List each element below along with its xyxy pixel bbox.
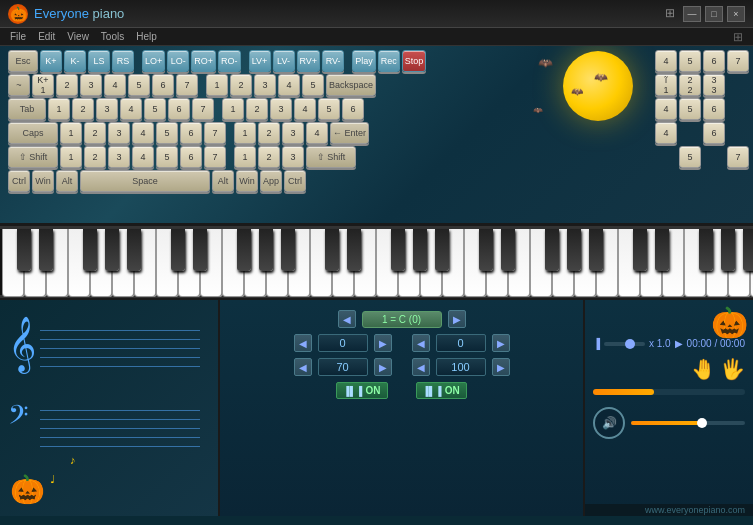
caps-key[interactable]: Caps xyxy=(8,122,58,144)
np-7a[interactable]: 7 xyxy=(727,50,749,72)
shift-1[interactable]: 1 xyxy=(60,146,82,168)
ro-plus-button[interactable]: RO+ xyxy=(191,50,216,72)
caps-3b[interactable]: 3 xyxy=(282,122,304,144)
left-val2-next[interactable]: ▶ xyxy=(374,358,392,376)
black-key-5[interactable] xyxy=(127,229,141,271)
tab-7[interactable]: 7 xyxy=(192,98,214,120)
shift-2b[interactable]: 2 xyxy=(258,146,280,168)
black-key-21[interactable] xyxy=(479,229,493,271)
black-key-1[interactable] xyxy=(39,229,53,271)
ctrl-right-key[interactable]: Ctrl xyxy=(284,170,306,192)
key-3a[interactable]: 3 xyxy=(80,74,102,96)
black-key-31[interactable] xyxy=(699,229,713,271)
progress-bar[interactable] xyxy=(593,389,745,395)
lo-plus-button[interactable]: LO+ xyxy=(142,50,165,72)
key-5b[interactable]: 5 xyxy=(302,74,324,96)
enter-key[interactable]: ← Enter xyxy=(330,122,369,144)
black-key-4[interactable] xyxy=(105,229,119,271)
np-3a[interactable]: 33 xyxy=(703,74,725,96)
np-1a[interactable]: ĩ1 xyxy=(655,74,677,96)
tab-6[interactable]: 6 xyxy=(168,98,190,120)
tab-3b[interactable]: 3 xyxy=(270,98,292,120)
caps-4b[interactable]: 4 xyxy=(306,122,328,144)
caps-2b[interactable]: 2 xyxy=(258,122,280,144)
shift-1b[interactable]: 1 xyxy=(234,146,256,168)
np-4b[interactable]: 4 xyxy=(655,98,677,120)
tab-3[interactable]: 3 xyxy=(96,98,118,120)
backspace-key[interactable]: Backspace xyxy=(326,74,376,96)
key-4a[interactable]: 4 xyxy=(104,74,126,96)
speed-play-icon[interactable]: ▶ xyxy=(675,338,683,349)
key-2b[interactable]: 2 xyxy=(230,74,252,96)
ls-button[interactable]: LS xyxy=(88,50,110,72)
stop-button[interactable]: Stop xyxy=(402,50,427,72)
left-val2-prev[interactable]: ◀ xyxy=(294,358,312,376)
key-4b[interactable]: 4 xyxy=(278,74,300,96)
black-key-11[interactable] xyxy=(259,229,273,271)
tab-4[interactable]: 4 xyxy=(120,98,142,120)
black-key-28[interactable] xyxy=(633,229,647,271)
alt-left-key[interactable]: Alt xyxy=(56,170,78,192)
layout-grid-icon[interactable]: ⊞ xyxy=(727,30,749,44)
win-right-key[interactable]: Win xyxy=(236,170,258,192)
black-key-15[interactable] xyxy=(347,229,361,271)
key-5a[interactable]: 5 xyxy=(128,74,150,96)
np-4c[interactable]: 4 xyxy=(655,122,677,144)
black-key-22[interactable] xyxy=(501,229,515,271)
menu-file[interactable]: File xyxy=(4,31,32,42)
black-key-3[interactable] xyxy=(83,229,97,271)
volume-button[interactable]: 🔊 xyxy=(593,407,625,439)
alt-right-key[interactable]: Alt xyxy=(212,170,234,192)
caps-6[interactable]: 6 xyxy=(180,122,202,144)
np-4a[interactable]: 4 xyxy=(655,50,677,72)
black-key-14[interactable] xyxy=(325,229,339,271)
tab-1[interactable]: 1 xyxy=(48,98,70,120)
k-plus-button[interactable]: K+ xyxy=(40,50,62,72)
caps-7[interactable]: 7 xyxy=(204,122,226,144)
np-6b[interactable]: 6 xyxy=(703,98,725,120)
shift-4[interactable]: 4 xyxy=(132,146,154,168)
caps-4[interactable]: 4 xyxy=(132,122,154,144)
np-5b[interactable]: 5 xyxy=(679,98,701,120)
black-key-33[interactable] xyxy=(743,229,753,271)
right-val2-next[interactable]: ▶ xyxy=(492,358,510,376)
lo-minus-button[interactable]: LO- xyxy=(167,50,189,72)
black-key-8[interactable] xyxy=(193,229,207,271)
black-key-10[interactable] xyxy=(237,229,251,271)
ctrl-left-key[interactable]: Ctrl xyxy=(8,170,30,192)
np-7b[interactable]: 7 xyxy=(727,146,749,168)
np-5a[interactable]: 5 xyxy=(679,50,701,72)
volume-slider[interactable] xyxy=(631,421,745,425)
esc-key[interactable]: Esc xyxy=(8,50,38,72)
k-minus-button[interactable]: K- xyxy=(64,50,86,72)
maximize-button[interactable]: □ xyxy=(705,6,723,22)
shift-right-key[interactable]: ⇧ Shift xyxy=(306,146,356,168)
np-6a[interactable]: 6 xyxy=(703,50,725,72)
tab-key[interactable]: Tab xyxy=(8,98,46,120)
np-2a[interactable]: 22 xyxy=(679,74,701,96)
right-val1-prev[interactable]: ◀ xyxy=(412,334,430,352)
np-6c[interactable]: 6 xyxy=(703,122,725,144)
black-key-26[interactable] xyxy=(589,229,603,271)
black-key-19[interactable] xyxy=(435,229,449,271)
menu-view[interactable]: View xyxy=(61,31,95,42)
black-key-18[interactable] xyxy=(413,229,427,271)
right-val1-next[interactable]: ▶ xyxy=(492,334,510,352)
app-key[interactable]: App xyxy=(260,170,282,192)
play-button[interactable]: Play xyxy=(352,50,376,72)
shift-6[interactable]: 6 xyxy=(180,146,202,168)
shift-2[interactable]: 2 xyxy=(84,146,106,168)
key-7a[interactable]: 7 xyxy=(176,74,198,96)
left-hand-icon[interactable]: 🤚 xyxy=(691,357,716,381)
minimize-button[interactable]: — xyxy=(683,6,701,22)
ro-minus-button[interactable]: RO- xyxy=(218,50,241,72)
np-5d[interactable]: 5 xyxy=(679,146,701,168)
win-left-key[interactable]: Win xyxy=(32,170,54,192)
key-3b[interactable]: 3 xyxy=(254,74,276,96)
caps-5[interactable]: 5 xyxy=(156,122,178,144)
tab-4b[interactable]: 4 xyxy=(294,98,316,120)
key-2a[interactable]: 2 xyxy=(56,74,78,96)
shift-7[interactable]: 7 xyxy=(204,146,226,168)
key-6a[interactable]: 6 xyxy=(152,74,174,96)
menu-tools[interactable]: Tools xyxy=(95,31,130,42)
